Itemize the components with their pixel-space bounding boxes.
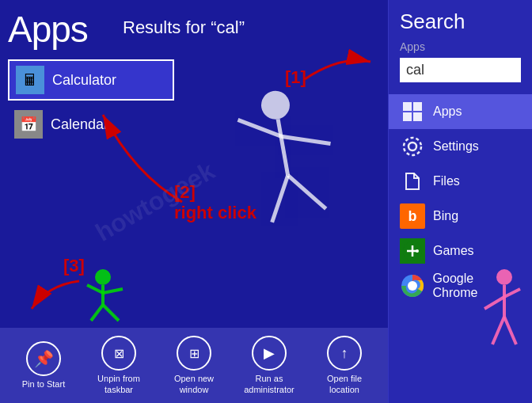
bing-filter-icon: b <box>400 203 425 229</box>
right-panel: Search Apps Apps <box>388 0 532 403</box>
action-unpin-taskbar[interactable]: ⊠ Unpin from taskbar <box>87 336 150 394</box>
filter-apps[interactable]: Apps <box>389 94 532 129</box>
filter-files[interactable]: Files <box>389 164 532 199</box>
white-figure-decoration <box>209 68 377 249</box>
page-title: Apps <box>8 8 88 51</box>
calendar-label: Calendar <box>51 116 108 133</box>
action-pin-start[interactable]: 📌 Pin to Start <box>12 341 75 390</box>
svg-line-28 <box>484 297 504 309</box>
files-filter-icon <box>400 169 425 194</box>
run-admin-icon: ▶ <box>252 336 287 371</box>
svg-line-3 <box>281 128 331 152</box>
unpin-taskbar-icon: ⊠ <box>101 336 136 371</box>
svg-line-4 <box>264 175 295 222</box>
apps-filter-label: Apps <box>433 105 462 119</box>
result-calendar[interactable]: 📅 Calendar <box>8 104 174 145</box>
filter-bing[interactable]: b Bing <box>389 199 532 234</box>
svg-point-0 <box>259 89 292 122</box>
open-location-label: Open file location <box>313 374 376 394</box>
games-filter-icon <box>400 238 425 264</box>
svg-point-22 <box>416 249 419 253</box>
search-input-container <box>389 58 532 90</box>
settings-filter-label: Settings <box>433 139 479 154</box>
calendar-icon: 📅 <box>14 110 43 139</box>
calculator-label: Calculator <box>52 72 116 89</box>
svg-rect-14 <box>413 102 422 111</box>
search-title: Search <box>389 0 532 39</box>
chrome-filter-icon <box>400 273 425 298</box>
apps-filter-icon <box>400 99 425 124</box>
open-window-icon: ⊞ <box>177 336 211 371</box>
games-filter-label: Games <box>433 244 474 258</box>
green-figure-decoration <box>79 261 174 328</box>
svg-point-18 <box>404 138 421 155</box>
filter-settings[interactable]: Settings <box>389 129 532 164</box>
svg-line-1 <box>278 120 288 176</box>
action-bar: 📌 Pin to Start ⊠ Unpin from taskbar ⊞ Op… <box>0 328 388 403</box>
run-admin-label: Run as administrator <box>238 374 301 394</box>
svg-line-9 <box>103 289 123 293</box>
pink-figure-decoration <box>473 265 528 363</box>
svg-point-26 <box>496 269 512 285</box>
action-open-window[interactable]: ⊞ Open new window <box>162 336 226 394</box>
svg-line-8 <box>87 285 103 293</box>
open-window-label: Open new window <box>162 374 226 394</box>
settings-filter-icon <box>400 134 425 159</box>
open-location-icon: ↑ <box>327 336 362 371</box>
pin-start-label: Pin to Start <box>22 379 65 390</box>
svg-line-10 <box>91 305 103 321</box>
white-figure-svg <box>209 70 361 249</box>
svg-rect-13 <box>403 102 412 111</box>
pin-start-icon: 📌 <box>26 341 61 376</box>
main-area: Apps Results for “cal” 🖩 Calculator 📅 Ca… <box>0 0 388 403</box>
svg-point-25 <box>408 282 416 290</box>
svg-line-29 <box>504 289 520 297</box>
pink-figure-svg <box>473 265 528 360</box>
results-subtitle: Results for “cal” <box>123 17 245 38</box>
svg-point-17 <box>408 143 416 150</box>
search-category: Apps <box>389 39 532 58</box>
action-open-location[interactable]: ↑ Open file location <box>313 336 376 394</box>
results-list: 🖩 Calculator 📅 Calendar <box>8 59 174 148</box>
svg-point-6 <box>95 269 111 285</box>
unpin-taskbar-label: Unpin from taskbar <box>87 374 150 394</box>
result-calculator[interactable]: 🖩 Calculator <box>8 59 174 101</box>
svg-line-30 <box>492 317 504 344</box>
svg-line-11 <box>103 305 119 321</box>
svg-rect-16 <box>413 112 422 121</box>
search-input[interactable] <box>400 58 521 82</box>
filter-games[interactable]: Games <box>389 234 532 268</box>
calculator-icon: 🖩 <box>16 66 44 94</box>
files-filter-label: Files <box>433 174 460 188</box>
svg-line-5 <box>288 169 326 214</box>
bing-filter-label: Bing <box>433 209 458 223</box>
action-run-admin[interactable]: ▶ Run as administrator <box>238 336 301 394</box>
green-figure-svg <box>79 261 174 325</box>
svg-line-31 <box>504 317 516 344</box>
svg-rect-15 <box>403 112 412 121</box>
